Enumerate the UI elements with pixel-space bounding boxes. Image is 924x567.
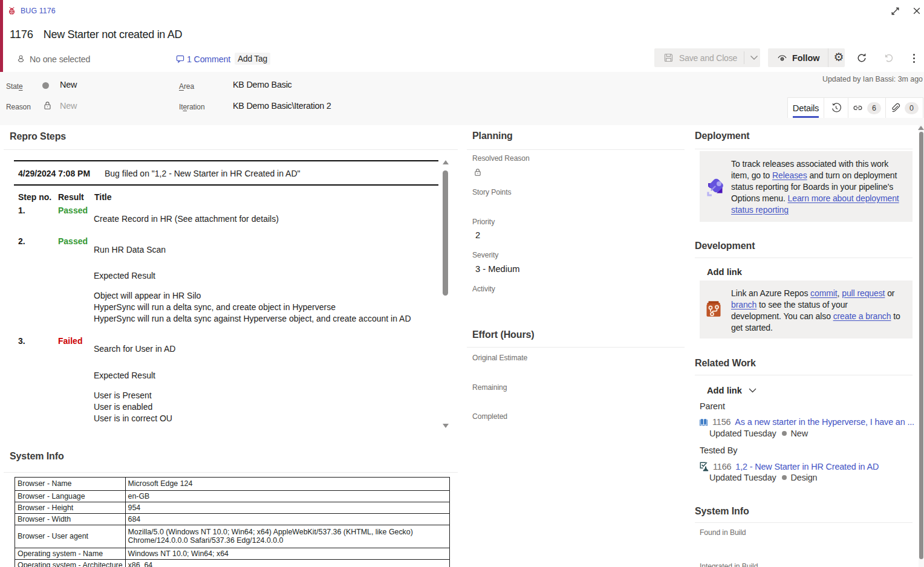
development-add-link[interactable]: Add link [707, 267, 742, 277]
sysinfo-label: Browser - Height [15, 502, 126, 514]
scroll-up-arrow-icon[interactable] [443, 160, 449, 164]
step-line: User is Present [94, 390, 152, 400]
related-item-link[interactable]: As a new starter in the Hyperverse, I ha… [735, 417, 914, 427]
sysinfo-label: Browser - Name [15, 478, 126, 491]
related-item-id: 1156 [712, 417, 730, 427]
lock-icon [474, 168, 481, 177]
page-scrollbar[interactable] [919, 125, 924, 567]
divider [695, 375, 913, 375]
divider [4, 149, 458, 150]
deployment-text-line: To track releases associated with this w… [731, 159, 888, 169]
sysinfo-value: 684 [125, 514, 449, 525]
text-segment: to [891, 311, 900, 321]
repro-scrollbar[interactable] [443, 160, 464, 430]
work-item-type-id-link[interactable]: BUG 1176 [21, 7, 56, 15]
tab-details-label: Details [793, 103, 819, 113]
tab-history[interactable] [824, 98, 848, 118]
inline-link[interactable]: commit [810, 288, 838, 298]
history-icon [831, 103, 841, 113]
system-info-right-heading: System Info [695, 506, 749, 517]
story-points-label: Story Points [472, 188, 512, 196]
divider [467, 347, 685, 348]
related-add-link[interactable]: Add link [707, 386, 756, 395]
sysinfo-value: en-GB [125, 491, 449, 502]
inline-link[interactable]: Releases [772, 170, 807, 180]
step-line: User is in correct OU [94, 413, 172, 423]
step-no: 3. [18, 336, 25, 346]
development-text-line: get started. [731, 323, 773, 332]
repro-scroll-thumb[interactable] [443, 170, 448, 296]
work-item-title-input[interactable]: New Starter not created in AD [44, 28, 182, 41]
area-label: Area [179, 82, 194, 91]
add-tag-button[interactable]: Add Tag [235, 53, 270, 65]
add-tag-label: Add Tag [238, 54, 267, 63]
link-icon [853, 103, 863, 113]
step-line: User is enabled [94, 402, 152, 412]
rocket-icon [705, 177, 727, 198]
lock-icon [44, 101, 51, 110]
follow-eye-icon [777, 53, 787, 63]
bug-type-color-bar [0, 0, 3, 72]
inline-link[interactable]: branch [731, 300, 756, 309]
close-icon[interactable] [911, 5, 922, 16]
effort-heading: Effort (Hours) [472, 329, 535, 340]
user-story-book-icon [699, 418, 708, 427]
area-value[interactable]: KB Demo Basic [233, 80, 292, 89]
related-item-meta: Updated Tuesday Design [709, 473, 817, 482]
comments-link[interactable]: 1 Comment [176, 53, 230, 65]
table-row: Browser - Name Microsoft Edge 124 [15, 478, 450, 491]
repro-steps-box: 4/29/2024 7:08 PM Bug filed on "1,2 - Ne… [14, 160, 451, 430]
step-line: Object will appear in HR Silo [94, 291, 201, 300]
more-actions-kebab-icon[interactable] [911, 52, 917, 64]
refresh-icon[interactable] [856, 53, 867, 63]
inline-link[interactable]: pull request [842, 288, 885, 298]
related-item-link[interactable]: 1,2 - New Starter in HR Created in AD [735, 462, 879, 471]
state-dot [782, 431, 787, 436]
text-segment: and turn on deployment [807, 170, 897, 180]
inline-link[interactable]: Learn more about deployment [788, 193, 899, 203]
integrated-in-build-label: Integrated in Build [700, 562, 758, 567]
iteration-value[interactable]: KB Demo Basic\Iteration 2 [233, 101, 331, 111]
state-value[interactable]: New [60, 80, 77, 89]
tab-links[interactable]: 6 [848, 98, 886, 118]
table-row: Browser - Language en-GB [15, 491, 450, 502]
text-segment: Options menu. [731, 193, 788, 203]
step-no: 2. [18, 236, 25, 246]
gear-icon[interactable]: ⚙ [834, 51, 844, 63]
development-text-line: branch to see the status of your [731, 300, 848, 309]
save-icon [663, 53, 674, 63]
divider [4, 472, 458, 473]
scroll-up-arrow-icon[interactable] [918, 126, 924, 130]
details-content: Repro Steps 4/29/2024 7:08 PM Bug filed … [0, 125, 924, 567]
sysinfo-label: Browser - User agent [15, 525, 126, 548]
state-dot [782, 475, 787, 480]
sysinfo-label: Browser - Language [15, 491, 126, 502]
follow-button[interactable]: Follow ⚙ [768, 48, 845, 67]
development-info-box: Link an Azure Repos commit, pull request… [700, 280, 913, 339]
reason-value: New [60, 101, 77, 111]
save-and-close-button[interactable]: Save and Close [654, 48, 760, 67]
completed-label: Completed [472, 412, 507, 421]
person-icon [17, 54, 25, 63]
step-line: HyperSync will run a delta sync against … [94, 314, 411, 323]
scroll-down-arrow-icon[interactable] [443, 424, 449, 428]
step-line: Search for User in AD [94, 344, 175, 354]
inline-link[interactable]: status reporting [731, 205, 789, 215]
active-tab-underline [793, 116, 819, 118]
save-options-chevron-down-icon[interactable] [750, 55, 758, 60]
priority-value[interactable]: 2 [475, 230, 480, 240]
divider [744, 51, 744, 64]
text-segment: get started. [731, 323, 773, 332]
tab-attachments[interactable]: 0 [886, 98, 923, 118]
assignee-picker[interactable]: No one selected [17, 53, 90, 65]
tab-details[interactable]: Details [788, 98, 824, 118]
original-estimate-label: Original Estimate [472, 354, 527, 362]
repro-steps-heading: Repro Steps [10, 131, 66, 142]
maximize-icon[interactable] [890, 6, 900, 16]
deployment-text-line: item, go to Releases and turn on deploym… [731, 170, 897, 180]
page-scroll-thumb[interactable] [919, 132, 923, 559]
sysinfo-label: Operating system - Architecture [15, 560, 126, 567]
severity-value[interactable]: 3 - Medium [475, 264, 519, 274]
iteration-label: Iteration [179, 103, 204, 111]
inline-link[interactable]: create a branch [833, 311, 891, 321]
